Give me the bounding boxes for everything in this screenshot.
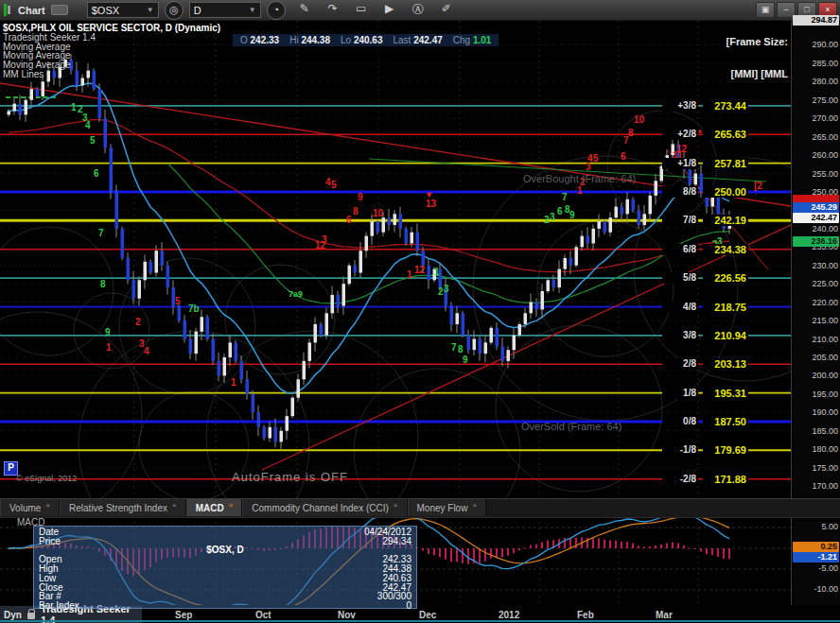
mml-fraction: +1/8 <box>662 158 698 169</box>
month-label-2012: 2012 <box>499 610 519 620</box>
price-marker-0.25: 0.25 <box>793 542 839 552</box>
axis-tick-285: 285.00 <box>812 59 838 68</box>
month-label-Oct: Oct <box>255 610 271 620</box>
svg-text:12: 12 <box>414 265 426 275</box>
axis-tick-200: 200.00 <box>812 371 838 380</box>
tab-volume[interactable]: Volume× <box>0 499 60 516</box>
svg-text:1: 1 <box>231 377 236 388</box>
mmi-mml-label: [MMI] [MML <box>568 68 788 79</box>
tab-label: Money Flow <box>417 503 468 513</box>
macd-axis[interactable]: 0.25-1.215.00-5.00-10.00 <box>791 516 840 605</box>
svg-text:6: 6 <box>94 168 99 179</box>
month-label-Mar: Mar <box>656 610 673 620</box>
axis-tick-220: 220.00 <box>812 298 838 307</box>
tab-commodity-channel-index-cci-[interactable]: Commodity Channel Index (CCI)× <box>242 499 407 516</box>
svg-text:8: 8 <box>458 344 464 355</box>
data-window-row: Bar #300/300 <box>39 592 411 601</box>
macd-tick--10.00: -10.00 <box>814 584 838 594</box>
svg-text:7: 7 <box>562 192 568 202</box>
macd-tick--5.00: -5.00 <box>818 563 838 573</box>
properties-badge[interactable]: P <box>4 461 18 476</box>
dynamic-mode-label[interactable]: Dyn <box>4 610 22 620</box>
price-marker-242.47: 242.47 <box>793 213 839 223</box>
svg-text:7a9: 7a9 <box>289 289 303 299</box>
data-window-row: Date04/24/2012 <box>39 528 411 537</box>
svg-text:8: 8 <box>353 206 359 216</box>
price-axis[interactable]: 290.00285.00280.00275.00270.00265.00260.… <box>791 21 840 498</box>
tab-relative-strength-index[interactable]: Relative Strength Index× <box>60 499 186 516</box>
tab-label: Volume <box>9 503 41 513</box>
svg-text:3: 3 <box>550 212 555 222</box>
svg-text:10: 10 <box>373 208 384 218</box>
mml-fraction: 0/8 <box>662 416 698 427</box>
tab-macd[interactable]: MACD× <box>186 499 243 516</box>
lock-icon[interactable] <box>27 613 35 619</box>
svg-text:[2: [2 <box>754 181 762 191</box>
mml-label-0/8: 0/8187.50 <box>662 416 748 427</box>
tab-money-flow[interactable]: Money Flow× <box>408 499 487 516</box>
study-legend: $OSX,PHLX OIL SERVICE SECTOR, D (Dynamic… <box>3 24 220 79</box>
svg-text:2: 2 <box>135 317 141 327</box>
data-window-row: High244.38 <box>39 564 411 574</box>
svg-text:6: 6 <box>346 215 352 225</box>
chart-window: 4598610312▾1312112345112345678101112**[2… <box>0 0 840 623</box>
svg-text:6: 6 <box>621 151 626 162</box>
mml-label-5/8: 5/8226.56 <box>662 272 748 284</box>
mml-price: 242.19 <box>703 215 748 226</box>
data-window-row: Close242.47 <box>39 583 411 593</box>
svg-text:13: 13 <box>426 199 437 209</box>
study-tab-bar: Volume×Relative Strength Index×MACD×Comm… <box>0 498 840 518</box>
low-value: 240.63 <box>354 35 383 45</box>
price-marker-245.29: 245.29 <box>793 202 839 213</box>
frame-size-label: [Frame Size: <box>568 36 788 47</box>
mml-price: 250.00 <box>703 186 748 198</box>
svg-text:1: 1 <box>71 102 77 112</box>
mml-fraction: 8/8 <box>662 186 698 198</box>
svg-text:8: 8 <box>628 128 634 138</box>
data-window-row: Low240.63 <box>39 574 411 583</box>
tab-close-icon[interactable]: × <box>172 501 177 510</box>
axis-tick-180: 180.00 <box>812 444 838 454</box>
axis-tick-290: 290.00 <box>812 40 838 49</box>
svg-text:4: 4 <box>144 346 149 356</box>
svg-text:10: 10 <box>634 114 645 125</box>
high-value: 244.38 <box>301 35 330 45</box>
axis-tick-270: 270.00 <box>812 113 838 123</box>
axis-tick-275: 275.00 <box>812 95 838 105</box>
mml-price: 203.13 <box>703 358 748 370</box>
data-window-row: Bar Index0 <box>39 601 411 611</box>
axis-tick-280: 280.00 <box>812 77 838 86</box>
axis-tick-260: 260.00 <box>812 150 838 160</box>
mml-price: 257.81 <box>703 158 748 169</box>
svg-text:9: 9 <box>569 210 575 220</box>
oversold-label: OverSold (Frame: 64) <box>521 421 621 432</box>
mml-label-6/8: 6/8234.38 <box>662 244 748 255</box>
svg-text:12: 12 <box>315 240 326 251</box>
mml-price: 273.44 <box>703 100 748 112</box>
tab-close-icon[interactable]: × <box>394 501 398 510</box>
tab-close-icon[interactable]: × <box>45 501 50 510</box>
mml-price: 218.75 <box>703 302 748 313</box>
mml-price: 265.63 <box>703 129 748 140</box>
svg-text:5: 5 <box>331 180 337 190</box>
tab-label: Commodity Channel Index (CCI) <box>252 503 389 513</box>
svg-text:1: 1 <box>407 269 412 280</box>
mml-price: 187.50 <box>703 416 748 427</box>
study-label-4: MM Lines <box>3 70 220 79</box>
mml-label-2/8: 2/8203.13 <box>662 358 748 370</box>
mml-fraction: 2/8 <box>662 358 698 370</box>
svg-text:9: 9 <box>105 327 111 337</box>
mml-label-3/8: 3/8210.94 <box>662 330 748 341</box>
svg-text:12: 12 <box>676 144 688 154</box>
autoframe-status: AutoFrame is OFF <box>232 470 348 484</box>
svg-text:7b: 7b <box>188 303 200 314</box>
month-label-Feb: Feb <box>577 610 594 620</box>
axis-tick-195: 195.00 <box>812 389 838 399</box>
tab-close-icon[interactable]: × <box>229 501 234 510</box>
axis-tick-210: 210.00 <box>812 335 838 344</box>
axis-tick-170: 170.00 <box>812 481 838 491</box>
axis-tick-225: 225.00 <box>812 279 838 288</box>
data-window-row: Open242.33 <box>39 555 411 564</box>
tab-close-icon[interactable]: × <box>472 501 477 510</box>
svg-text:6: 6 <box>557 206 563 216</box>
